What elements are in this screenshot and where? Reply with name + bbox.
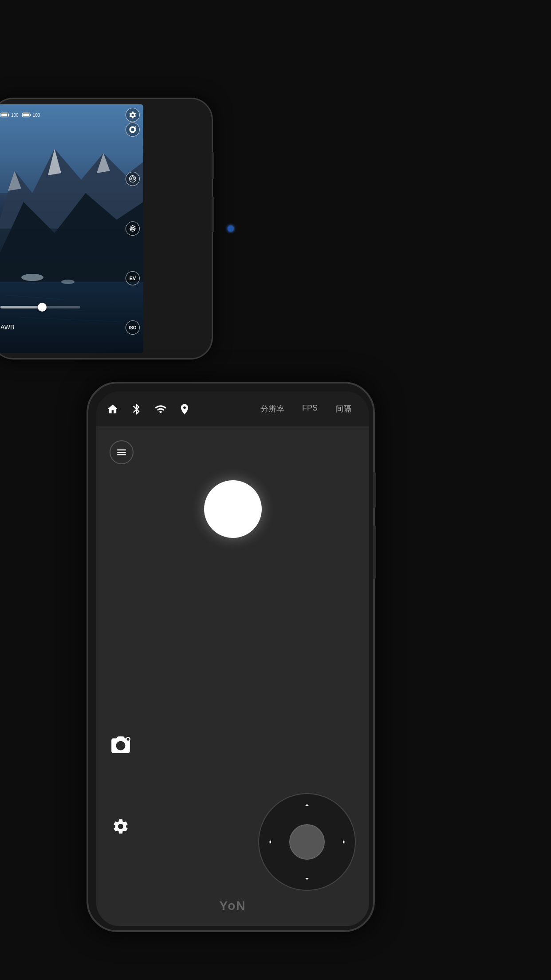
battery1-value: 100 (11, 113, 19, 118)
camera-switch-icon (110, 734, 132, 756)
hamburger-menu-button[interactable] (110, 440, 134, 464)
ev-slider-area (0, 306, 121, 308)
top-phone: 100 100 (0, 98, 217, 364)
tab-interval[interactable]: 间隔 (327, 400, 360, 419)
compass-status-icon[interactable] (177, 402, 192, 417)
bottom-phone: 分辨率 FPS 间隔 (87, 382, 388, 937)
svg-point-21 (130, 176, 136, 182)
battery2-value: 100 (33, 113, 40, 118)
bottom-phone-body: 分辨率 FPS 间隔 (87, 382, 375, 932)
dpad-center-joystick[interactable] (289, 824, 325, 860)
svg-rect-19 (23, 114, 29, 116)
dpad-controller[interactable] (258, 793, 356, 891)
ev-button[interactable]: EV (126, 271, 140, 285)
dpad-left-button[interactable] (264, 835, 277, 849)
wifi-icon (154, 403, 167, 415)
svg-point-12 (21, 274, 43, 281)
camera-top-bar: 100 100 (0, 108, 140, 122)
dpad-background (258, 793, 356, 891)
arrow-right-icon (339, 838, 348, 846)
battery2-indicator: 100 (22, 110, 40, 120)
svg-point-13 (61, 280, 75, 284)
tab-fps[interactable]: FPS (293, 400, 327, 419)
svg-line-23 (133, 176, 134, 179)
yon-text: YoN (220, 899, 246, 913)
bottom-screen-content: 分辨率 FPS 间隔 (96, 391, 369, 926)
top-phone-body: 100 100 (0, 98, 213, 360)
compass-icon (178, 403, 191, 415)
aperture-button[interactable] (126, 172, 140, 186)
ev-label: EV (130, 276, 136, 281)
bottom-phone-side-btn-right2 (373, 526, 376, 579)
top-phone-side-btn-right (212, 152, 214, 179)
svg-line-22 (131, 176, 133, 179)
bottom-phone-screen: 分辨率 FPS 间隔 (96, 391, 369, 926)
camera-settings-button[interactable] (126, 122, 140, 137)
tab-resolution[interactable]: 分辨率 (252, 400, 293, 419)
arrow-up-icon (303, 801, 311, 810)
battery1-indicator: 100 (0, 110, 19, 120)
battery-icons: 100 100 (0, 110, 40, 120)
camera-timer-button[interactable] (126, 221, 140, 236)
bottom-phone-side-btn-right (373, 472, 376, 508)
ev-slider-fill (0, 306, 40, 308)
svg-rect-18 (30, 114, 31, 116)
wifi-status-icon[interactable] (153, 402, 168, 417)
ev-slider-track[interactable] (0, 306, 80, 308)
svg-point-20 (135, 126, 136, 127)
svg-rect-16 (1, 114, 7, 116)
arrow-left-icon (266, 838, 275, 846)
capture-button[interactable] (204, 480, 262, 538)
bottom-status-bar: 分辨率 FPS 间隔 (96, 391, 369, 427)
front-camera-indicator (228, 225, 234, 232)
bluetooth-status-icon[interactable] (129, 402, 144, 417)
dpad-right-button[interactable] (337, 835, 350, 849)
camera-switch-button[interactable] (110, 734, 132, 758)
svg-rect-15 (8, 114, 9, 116)
battery2-icon (22, 110, 32, 120)
mountain-illustration (0, 104, 143, 353)
camera-settings-icon (129, 126, 137, 134)
top-phone-screen: 100 100 (0, 104, 143, 353)
dpad-down-button[interactable] (300, 872, 314, 885)
home-status-icon[interactable] (105, 402, 120, 417)
camera-timer-icon (129, 225, 137, 233)
battery1-icon (0, 110, 10, 120)
iso-label: ISO (129, 325, 136, 330)
bottom-settings-button[interactable] (110, 815, 132, 838)
aperture-icon (129, 175, 137, 183)
bluetooth-icon (130, 403, 143, 415)
hamburger-icon (116, 447, 127, 458)
home-icon (106, 403, 119, 415)
arrow-down-icon (303, 874, 311, 883)
dpad-up-button[interactable] (300, 798, 314, 812)
ev-slider-thumb[interactable] (38, 303, 47, 312)
bottom-main-content: YoN (96, 427, 369, 926)
resolution-tabs: 分辨率 FPS 间隔 (252, 400, 360, 419)
svg-line-27 (130, 179, 133, 180)
iso-button[interactable]: ISO (126, 320, 140, 335)
gear-icon (112, 818, 130, 835)
top-phone-side-btn-right2 (212, 197, 214, 232)
awb-label: AWB (0, 324, 14, 331)
svg-line-24 (133, 179, 136, 180)
camera-right-controls: EV ISO (126, 108, 140, 349)
